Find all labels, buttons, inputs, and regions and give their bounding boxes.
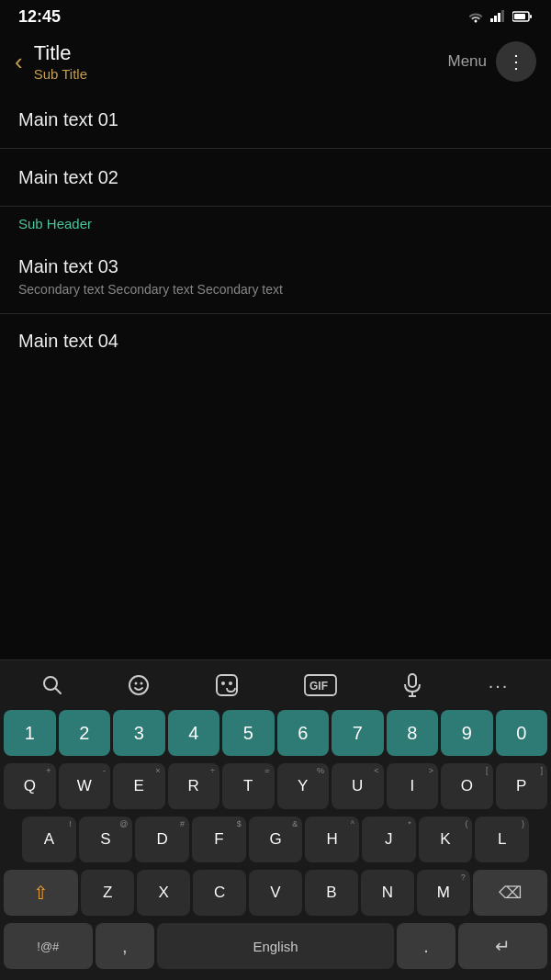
key-d[interactable]: #D bbox=[135, 817, 189, 862]
list-item-2[interactable]: Main text 02 bbox=[0, 149, 551, 207]
key-b[interactable]: B bbox=[305, 870, 358, 916]
key-m[interactable]: ?M bbox=[417, 870, 470, 916]
key-o[interactable]: [O bbox=[441, 763, 493, 809]
more-dots-icon: ⋮ bbox=[507, 52, 526, 71]
keyboard-mic-button[interactable] bbox=[393, 670, 432, 701]
svg-point-25 bbox=[129, 676, 148, 694]
status-bar: 12:45 bbox=[0, 0, 551, 32]
keyboard-row-1: +Q -W ×E ÷R =T %Y <U >I [O ]P bbox=[0, 760, 551, 813]
keyboard-search-button[interactable] bbox=[33, 671, 72, 699]
key-5[interactable]: 5 bbox=[222, 710, 275, 756]
keyboard-bottom-row: !@# , English . ↵ bbox=[0, 919, 551, 980]
svg-rect-1 bbox=[494, 16, 497, 22]
list-item-3[interactable]: Main text 03 Secondary text Secondary te… bbox=[0, 238, 551, 314]
key-q[interactable]: +Q bbox=[4, 763, 56, 809]
keyboard-number-row: 1 2 3 4 5 6 7 8 9 0 bbox=[0, 706, 551, 760]
battery-icon bbox=[512, 10, 533, 25]
key-9[interactable]: 9 bbox=[441, 710, 493, 756]
key-h[interactable]: ^H bbox=[305, 817, 359, 862]
key-v[interactable]: V bbox=[249, 870, 302, 916]
key-0[interactable]: 0 bbox=[496, 710, 548, 756]
svg-line-24 bbox=[55, 689, 61, 694]
key-u[interactable]: <U bbox=[332, 763, 384, 809]
svg-rect-3 bbox=[501, 10, 504, 22]
key-k[interactable]: (K bbox=[419, 817, 473, 862]
key-n[interactable]: N bbox=[361, 870, 414, 916]
svg-point-27 bbox=[140, 682, 142, 685]
key-x[interactable]: X bbox=[137, 870, 190, 916]
item-03-container: Main text 03 Secondary text Secondary te… bbox=[0, 238, 551, 314]
key-backspace[interactable]: ⌫ bbox=[473, 870, 547, 916]
key-7[interactable]: 7 bbox=[332, 710, 384, 756]
svg-rect-0 bbox=[490, 18, 493, 22]
app-title: Title bbox=[34, 41, 448, 65]
key-period[interactable]: . bbox=[397, 923, 455, 969]
list-item-3-main: Main text 03 bbox=[18, 254, 533, 278]
svg-point-26 bbox=[134, 682, 137, 685]
key-p[interactable]: ]P bbox=[496, 763, 548, 809]
menu-label[interactable]: Menu bbox=[447, 52, 487, 71]
list-item-1[interactable]: Main text 01 bbox=[0, 91, 551, 149]
key-symbols[interactable]: !@# bbox=[4, 923, 93, 969]
svg-rect-28 bbox=[217, 675, 237, 695]
svg-rect-5 bbox=[530, 15, 532, 18]
app-subtitle: Sub Title bbox=[34, 66, 448, 82]
list-item-1-main: Main text 01 bbox=[18, 107, 533, 131]
sub-header-label: Sub Header bbox=[18, 216, 92, 231]
keyboard-row-3: ⇧ Z X C V B N ?M ⌫ bbox=[0, 866, 551, 919]
sub-header-row: Sub Header bbox=[0, 207, 551, 238]
list-item-4[interactable]: Main text 04 bbox=[0, 314, 551, 353]
key-e[interactable]: ×E bbox=[113, 763, 165, 809]
content-area: Main text 01 Main text 02 Sub Header Mai… bbox=[0, 91, 551, 353]
list-item-2-main: Main text 02 bbox=[18, 165, 533, 189]
title-group: Title Sub Title bbox=[34, 41, 448, 81]
key-r[interactable]: ÷R bbox=[168, 763, 220, 809]
keyboard-sticker-button[interactable] bbox=[206, 670, 248, 701]
svg-point-29 bbox=[221, 681, 225, 685]
svg-rect-6 bbox=[514, 14, 525, 19]
list-item-4-main: Main text 04 bbox=[18, 329, 533, 353]
key-i[interactable]: >I bbox=[387, 763, 439, 809]
key-2[interactable]: 2 bbox=[59, 710, 111, 756]
keyboard-container: GIF ··· 1 2 3 4 5 6 7 8 9 0 +Q -W ×E ÷R … bbox=[0, 659, 551, 980]
key-3[interactable]: 3 bbox=[113, 710, 165, 756]
app-bar-right: Menu ⋮ bbox=[447, 41, 536, 82]
keyboard-more-button[interactable]: ··· bbox=[479, 671, 519, 700]
key-t[interactable]: =T bbox=[222, 763, 275, 809]
list-item-3-secondary: Secondary text Secondary text Secondary … bbox=[18, 282, 533, 297]
key-space[interactable]: English bbox=[157, 923, 394, 969]
key-4[interactable]: 4 bbox=[168, 710, 220, 756]
key-1[interactable]: 1 bbox=[4, 710, 56, 756]
key-j[interactable]: *J bbox=[362, 817, 416, 862]
key-a[interactable]: !A bbox=[22, 817, 76, 862]
app-bar: ‹ Title Sub Title Menu ⋮ bbox=[0, 32, 551, 91]
key-comma[interactable]: , bbox=[96, 923, 154, 969]
svg-text:GIF: GIF bbox=[309, 680, 328, 693]
svg-rect-33 bbox=[409, 674, 416, 687]
status-icons bbox=[467, 8, 533, 26]
key-w[interactable]: -W bbox=[59, 763, 111, 809]
keyboard-row-2: !A @S #D $F &G ^H *J (K )L bbox=[0, 813, 551, 866]
key-g[interactable]: &G bbox=[249, 817, 303, 862]
key-8[interactable]: 8 bbox=[387, 710, 439, 756]
key-enter[interactable]: ↵ bbox=[458, 923, 547, 969]
back-button[interactable]: ‹ bbox=[15, 48, 23, 76]
keyboard-gif-button[interactable]: GIF bbox=[295, 670, 346, 700]
keyboard-emoji-button[interactable] bbox=[118, 670, 159, 700]
key-z[interactable]: Z bbox=[81, 870, 134, 916]
keyboard-toolbar: GIF ··· bbox=[0, 659, 551, 706]
key-y[interactable]: %Y bbox=[277, 763, 330, 809]
signal-icon bbox=[490, 9, 507, 25]
key-6[interactable]: 6 bbox=[277, 710, 330, 756]
key-f[interactable]: $F bbox=[192, 817, 246, 862]
key-shift[interactable]: ⇧ bbox=[4, 870, 78, 916]
svg-rect-2 bbox=[498, 13, 500, 22]
svg-point-30 bbox=[229, 681, 232, 685]
wifi-icon bbox=[467, 8, 485, 26]
key-c[interactable]: C bbox=[193, 870, 246, 916]
more-button[interactable]: ⋮ bbox=[496, 41, 536, 82]
status-time: 12:45 bbox=[18, 7, 61, 27]
key-l[interactable]: )L bbox=[475, 817, 529, 862]
key-s[interactable]: @S bbox=[79, 817, 133, 862]
